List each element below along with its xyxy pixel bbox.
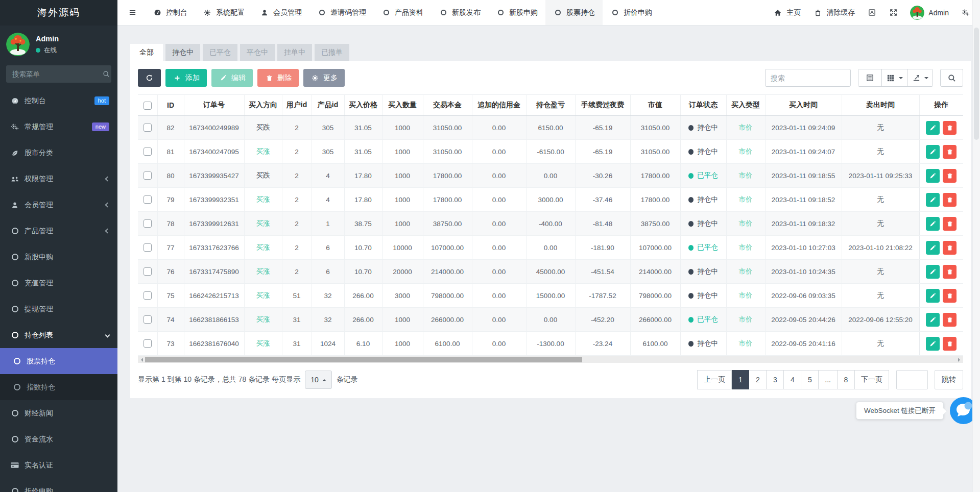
- sidebar-item-withdraw-manage[interactable]: 提现管理: [0, 296, 117, 322]
- row-checkbox[interactable]: [144, 219, 152, 228]
- row-edit-button[interactable]: [926, 145, 940, 159]
- sidebar-item-product-manage[interactable]: 产品管理: [0, 218, 117, 244]
- page-button-8[interactable]: 8: [838, 370, 855, 389]
- row-edit-button[interactable]: [926, 241, 940, 255]
- row-checkbox[interactable]: [144, 267, 152, 276]
- page-button-1[interactable]: 1: [732, 370, 749, 389]
- more-button[interactable]: 更多: [303, 69, 345, 87]
- detail-view-button[interactable]: [858, 69, 881, 86]
- sidebar-item-fund-flow[interactable]: 资金流水: [0, 426, 117, 452]
- page-button-2[interactable]: 2: [749, 370, 767, 389]
- nav-item-ipo-publish[interactable]: 新股发布: [431, 0, 488, 25]
- columns-button[interactable]: [881, 69, 907, 86]
- sidebar-item-ipo-subscribe[interactable]: 新股申购: [0, 244, 117, 270]
- row-edit-button[interactable]: [926, 313, 940, 327]
- table-search-input[interactable]: [765, 69, 851, 87]
- row-edit-button[interactable]: [926, 217, 940, 231]
- language-button[interactable]: [861, 0, 882, 25]
- fullscreen-button[interactable]: [882, 0, 904, 25]
- nav-item-member-manage[interactable]: 会员管理: [252, 0, 309, 25]
- clear-cache-button[interactable]: 清除缓存: [807, 0, 861, 25]
- row-delete-button[interactable]: [943, 121, 957, 135]
- nav-item-system-config[interactable]: 系统配置: [195, 0, 252, 25]
- scroll-right-arrow-icon[interactable]: [958, 358, 962, 362]
- row-checkbox[interactable]: [144, 147, 152, 156]
- row-checkbox[interactable]: [144, 291, 152, 300]
- sidebar-item-finance-news[interactable]: 财经新闻: [0, 400, 117, 426]
- nav-item-dashboard[interactable]: 控制台: [145, 0, 195, 25]
- sidebar-item-general-manage[interactable]: 常规管理new: [0, 114, 117, 140]
- sidebar-item-market-category[interactable]: 股市分类: [0, 140, 117, 166]
- refresh-button[interactable]: [138, 69, 161, 87]
- jump-page-input[interactable]: [896, 370, 928, 389]
- sidebar-item-discount-subscribe[interactable]: 折价申购: [0, 478, 117, 492]
- chevron-left-icon: [105, 203, 110, 208]
- sidebar-item-index-position[interactable]: 指数持仓: [0, 374, 117, 400]
- tab-1[interactable]: 持仓中: [165, 44, 200, 61]
- row-edit-button[interactable]: [926, 193, 940, 207]
- nav-item-discount-subscribe[interactable]: 折价申购: [603, 0, 660, 25]
- row-delete-button[interactable]: [943, 241, 957, 255]
- nav-item-product-info[interactable]: 产品资料: [374, 0, 431, 25]
- scrollbar-thumb[interactable]: [145, 357, 582, 362]
- sidebar-item-permission-manage[interactable]: 权限管理: [0, 166, 117, 192]
- row-checkbox[interactable]: [144, 195, 152, 204]
- browser-scrollbar[interactable]: [972, 0, 980, 492]
- row-checkbox[interactable]: [144, 339, 152, 348]
- browser-scrollbar-thumb[interactable]: [974, 28, 979, 140]
- row-checkbox[interactable]: [144, 243, 152, 252]
- sidebar-item-recharge-manage[interactable]: 充值管理: [0, 270, 117, 296]
- cell-user-id: 31: [282, 308, 312, 332]
- tab-5[interactable]: 已撤单: [315, 44, 349, 61]
- nav-item-invite-code[interactable]: 邀请码管理: [309, 0, 374, 25]
- row-delete-button[interactable]: [943, 265, 957, 279]
- page-button-下一页[interactable]: 下一页: [855, 370, 889, 389]
- row-checkbox[interactable]: [144, 315, 152, 324]
- row-edit-button[interactable]: [926, 169, 940, 183]
- row-checkbox[interactable]: [144, 124, 152, 132]
- page-size-select[interactable]: 10: [305, 371, 332, 389]
- add-button[interactable]: 添加: [165, 69, 207, 87]
- row-delete-button[interactable]: [943, 145, 957, 159]
- jump-button[interactable]: 跳转: [935, 370, 963, 389]
- page-button-4[interactable]: 4: [784, 370, 801, 389]
- tab-2[interactable]: 已平仓: [203, 44, 237, 61]
- user-avatar[interactable]: [6, 33, 30, 56]
- page-button-5[interactable]: 5: [801, 370, 819, 389]
- tab-3[interactable]: 平仓中: [240, 44, 275, 61]
- page-button-上一页[interactable]: 上一页: [697, 370, 732, 389]
- row-delete-button[interactable]: [943, 217, 957, 231]
- sidebar-search-input[interactable]: [12, 70, 103, 78]
- row-delete-button[interactable]: [943, 313, 957, 327]
- scroll-left-arrow-icon[interactable]: [139, 358, 143, 362]
- sidebar-item-position-list[interactable]: 持仓列表: [0, 322, 117, 348]
- search-submit-button[interactable]: [940, 69, 963, 87]
- export-button[interactable]: [907, 69, 933, 86]
- horizontal-scrollbar[interactable]: [138, 356, 963, 363]
- edit-button[interactable]: 编辑: [211, 69, 253, 87]
- row-edit-button[interactable]: [926, 121, 940, 135]
- nav-item-ipo-subscribe[interactable]: 新股申购: [488, 0, 545, 25]
- row-checkbox[interactable]: [144, 171, 152, 180]
- nav-item-stock-position[interactable]: 股票持仓: [545, 0, 603, 25]
- row-edit-button[interactable]: [926, 289, 940, 303]
- home-button[interactable]: 主页: [767, 0, 807, 25]
- page-button-...[interactable]: ...: [819, 370, 838, 389]
- sidebar-toggle-button[interactable]: [119, 0, 145, 25]
- sidebar-item-dashboard[interactable]: 控制台hot: [0, 88, 117, 114]
- tab-0[interactable]: 全部: [130, 44, 163, 61]
- row-delete-button[interactable]: [943, 289, 957, 303]
- row-delete-button[interactable]: [943, 337, 957, 351]
- sidebar-item-member-manage[interactable]: 会员管理: [0, 192, 117, 218]
- delete-button[interactable]: 删除: [257, 69, 299, 87]
- select-all-checkbox[interactable]: [144, 102, 152, 110]
- row-delete-button[interactable]: [943, 193, 957, 207]
- row-edit-button[interactable]: [926, 337, 940, 351]
- row-delete-button[interactable]: [943, 169, 957, 183]
- sidebar-item-stock-position[interactable]: 股票持仓: [0, 348, 117, 374]
- profile-menu[interactable]: Admin: [904, 0, 955, 25]
- page-button-3[interactable]: 3: [767, 370, 784, 389]
- tab-4[interactable]: 挂单中: [277, 44, 312, 61]
- row-edit-button[interactable]: [926, 265, 940, 279]
- sidebar-item-realname-auth[interactable]: 实名认证: [0, 452, 117, 478]
